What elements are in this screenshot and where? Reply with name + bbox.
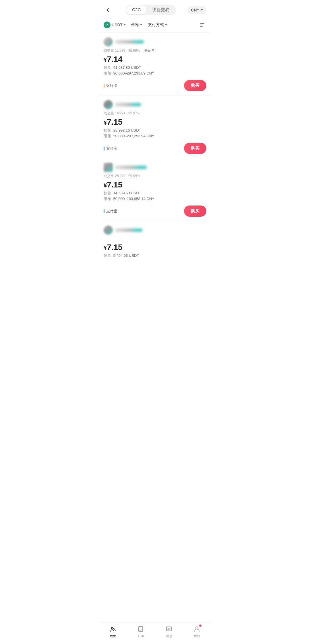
svg-point-3 bbox=[111, 627, 113, 629]
payment-filter-label: 支付方式 bbox=[148, 22, 164, 28]
quantity-row: 数量 14,539.60 USDT bbox=[104, 191, 206, 196]
filter-bar: ₮ USDT 金额 支付方式 bbox=[99, 19, 211, 33]
price: ¥7.15 bbox=[104, 118, 206, 127]
avatar bbox=[104, 100, 113, 109]
svg-point-4 bbox=[113, 628, 115, 629]
nav-item-messages[interactable]: 消息 bbox=[159, 625, 179, 638]
back-arrow-icon bbox=[107, 8, 111, 12]
quantity-row: 数量 28,992.16 USDT bbox=[104, 128, 206, 133]
bottom-nav: C2C 订单 消息 bbox=[99, 623, 211, 644]
limit-row: 限额 50,000–103,958.14 CNY bbox=[104, 196, 206, 201]
amount-filter-label: 金额 bbox=[131, 22, 139, 28]
payment-method: 支付宝 bbox=[104, 146, 117, 151]
payment-label: 支付宝 bbox=[106, 209, 117, 214]
notification-badge bbox=[199, 625, 202, 627]
avatar bbox=[104, 37, 113, 46]
avatar bbox=[104, 226, 113, 235]
listings-container: 成交量 11,799 · 98.99% · 验证单 ¥7.14 数量 41,63… bbox=[99, 33, 211, 282]
user-row bbox=[104, 226, 206, 235]
listing-card: 成交量 11,799 · 98.99% · 验证单 ¥7.14 数量 41,63… bbox=[99, 33, 211, 95]
user-meta: 成交量 14,271 · 99.97% bbox=[104, 111, 206, 116]
username-blur bbox=[115, 228, 142, 232]
profile-icon bbox=[193, 625, 201, 633]
buy-button[interactable]: 购买 bbox=[184, 205, 206, 217]
coin-filter[interactable]: ₮ USDT bbox=[104, 21, 125, 28]
quantity-row: 数量 41,637.80 USDT bbox=[104, 65, 206, 70]
quantity-row: 数量 5,454.56 USDT bbox=[104, 253, 206, 258]
nav-item-orders[interactable]: 订单 bbox=[131, 625, 151, 638]
payment-label: 支付宝 bbox=[106, 146, 117, 151]
nav-item-profile[interactable]: 我的 bbox=[187, 625, 207, 638]
card-footer: 支付宝 购买 bbox=[104, 139, 206, 158]
back-button[interactable] bbox=[104, 5, 114, 15]
price: ¥7.14 bbox=[104, 55, 206, 64]
svg-point-12 bbox=[196, 627, 198, 629]
nav-label-profile: 我的 bbox=[194, 634, 200, 638]
chevron-down-icon bbox=[201, 9, 203, 11]
amount-filter[interactable]: 金额 bbox=[131, 22, 142, 28]
nav-label-messages: 消息 bbox=[166, 634, 172, 638]
card-footer: 支付宝 购买 bbox=[104, 202, 206, 221]
payment-filter[interactable]: 支付方式 bbox=[148, 22, 167, 28]
limit-row: 限额 50,000–207,293.94 CNY bbox=[104, 134, 206, 139]
trade-stats: 成交量 25,310 · 99.99% bbox=[104, 174, 140, 179]
verify-link[interactable]: 验证单 bbox=[144, 48, 155, 53]
messages-icon bbox=[165, 625, 173, 633]
currency-label: CNY bbox=[191, 8, 199, 12]
advanced-filter-button[interactable] bbox=[198, 21, 206, 29]
username-blur bbox=[115, 40, 144, 44]
nav-label-orders: 订单 bbox=[138, 634, 144, 638]
payment-bar-icon bbox=[104, 84, 104, 88]
username-blur bbox=[115, 103, 141, 106]
top-nav: C2C 快捷交易 CNY bbox=[99, 0, 211, 19]
tab-c2c[interactable]: C2C bbox=[126, 5, 146, 14]
card-footer: 银行卡 购买 bbox=[104, 77, 206, 95]
listing-card: 成交量 25,310 · 99.99% ¥7.15 数量 14,539.60 U… bbox=[99, 158, 211, 221]
user-row bbox=[104, 37, 206, 46]
trade-stats: 成交量 11,799 · 98.99% bbox=[104, 48, 140, 53]
tab-group: C2C 快捷交易 bbox=[125, 5, 176, 15]
c2c-icon bbox=[109, 626, 117, 634]
payment-method: 支付宝 bbox=[104, 209, 117, 214]
currency-selector[interactable]: CNY bbox=[187, 6, 206, 14]
svg-rect-9 bbox=[166, 627, 172, 631]
payment-bar-icon bbox=[104, 209, 104, 213]
nav-label-c2c: C2C bbox=[110, 635, 116, 638]
filter-icon bbox=[199, 22, 205, 28]
payment-filter-chevron-icon bbox=[165, 24, 167, 26]
payment-label: 银行卡 bbox=[106, 83, 117, 88]
avatar bbox=[104, 163, 113, 172]
payment-method: 银行卡 bbox=[104, 83, 117, 88]
user-meta: 成交量 25,310 · 99.99% bbox=[104, 174, 206, 179]
price: ¥7.15 bbox=[104, 180, 206, 189]
price: ¥7.15 bbox=[104, 243, 206, 252]
listing-card: 成交量 14,271 · 99.97% ¥7.15 数量 28,992.16 U… bbox=[99, 95, 211, 158]
user-row bbox=[104, 100, 206, 109]
nav-item-c2c[interactable]: C2C bbox=[103, 626, 123, 638]
usdt-icon: ₮ bbox=[104, 21, 111, 28]
coin-filter-chevron-icon bbox=[124, 24, 125, 26]
orders-icon bbox=[137, 625, 145, 633]
user-row bbox=[104, 163, 206, 172]
user-meta: 成交量 11,799 · 98.99% · 验证单 bbox=[104, 48, 206, 53]
listing-card: ¥7.15 数量 5,454.56 USDT bbox=[99, 221, 211, 258]
buy-button[interactable]: 购买 bbox=[184, 80, 206, 91]
username-blur bbox=[115, 166, 147, 169]
coin-filter-label: USDT bbox=[112, 23, 123, 27]
limit-row: 限额 90,000–297,293.89 CNY bbox=[104, 71, 206, 76]
buy-button[interactable]: 购买 bbox=[184, 143, 206, 154]
tab-quick-trade[interactable]: 快捷交易 bbox=[146, 5, 175, 14]
amount-filter-chevron-icon bbox=[140, 24, 142, 26]
trade-stats: 成交量 14,271 · 99.97% bbox=[104, 111, 140, 116]
payment-bar-icon bbox=[104, 146, 104, 150]
